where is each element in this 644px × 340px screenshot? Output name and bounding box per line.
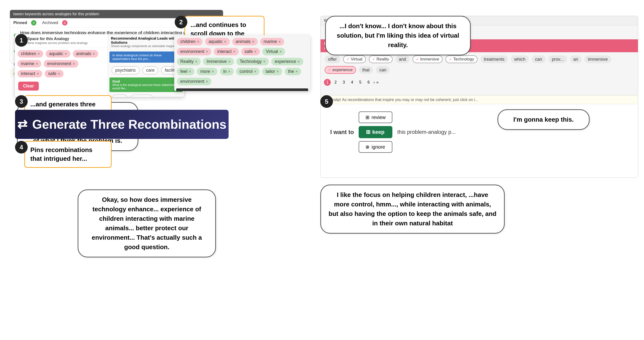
recommended-sub: Shows analogy components as selectable m… — [111, 45, 181, 48]
tag-environment[interactable]: environment × — [44, 60, 78, 68]
sol-tag-an[interactable]: an — [570, 55, 582, 63]
cursor-icon: ↖ — [164, 123, 170, 132]
section-num-5: 5 — [320, 95, 333, 108]
recommended-title: Recommended Analogical Leads with Soluti… — [111, 36, 181, 45]
query-box: In what analogical context do these stak… — [110, 52, 183, 63]
tag-p2-environment[interactable]: environment × — [177, 48, 211, 55]
tag-psychiatric[interactable]: psychiatric — [112, 66, 140, 74]
tag-p2-control[interactable]: control × — [236, 68, 260, 75]
page-last[interactable]: » — [376, 80, 378, 85]
panel1-screenshot: Play Space for this Analogy Recombine ma… — [14, 34, 184, 97]
play-space-sub: Recombine magnets across problem and ana… — [18, 41, 104, 45]
tag-marine[interactable]: marine × — [18, 60, 41, 68]
section-num-2: 2 — [175, 16, 187, 29]
tag-p2-technology[interactable]: Technology × — [236, 58, 269, 65]
sol-tag-and[interactable]: and — [396, 55, 410, 63]
keep-icon: ⊞ — [366, 129, 370, 135]
sol-tag-offer[interactable]: offer — [325, 55, 340, 63]
tag-safe[interactable]: safe × — [45, 70, 63, 78]
panel2-screenshot: children × aquatic × animals × marine × … — [174, 35, 310, 91]
speech-bubble-5: I like the focus on helping children int… — [320, 185, 505, 234]
sol-tag-experience[interactable]: ✓experience — [325, 66, 356, 74]
review-icon: ⊞ — [366, 114, 370, 120]
tag-p2-feel[interactable]: feel × — [177, 68, 194, 75]
page-1[interactable]: 1 — [324, 79, 331, 86]
tag-p2-virtual[interactable]: Virtual × — [262, 48, 285, 55]
pinned-tab[interactable]: Pinned — [13, 21, 27, 25]
tag-p2-marine[interactable]: marine × — [260, 38, 284, 46]
page-2[interactable]: 2 — [332, 79, 339, 86]
goal-section: Goal What is the analogical outcome thes… — [110, 78, 183, 92]
sol-tag-that[interactable]: that — [359, 66, 373, 74]
i-want-to-label: I want to — [330, 129, 354, 136]
speech-bubble-4: I'm gonna keep this. — [498, 109, 590, 130]
tag-animals[interactable]: animals × — [73, 50, 98, 58]
tag-children[interactable]: children × — [18, 50, 43, 58]
play-space-title: Play Space for this Analogy — [18, 37, 104, 41]
page-next[interactable]: › — [374, 80, 375, 85]
tag-p2-in[interactable]: in × — [220, 68, 234, 75]
sol-tag-treatments[interactable]: treatments — [480, 55, 508, 63]
page-3[interactable]: 3 — [340, 79, 347, 86]
page-6[interactable]: 6 — [365, 79, 372, 86]
sol-tag-prov[interactable]: prov... — [548, 55, 567, 63]
main-container: 1 Scrolls from stakeholder through obsta… — [0, 0, 644, 340]
generate-icon-large: ⇄ — [17, 117, 28, 131]
tag-care[interactable]: care — [142, 66, 158, 74]
page-4[interactable]: 4 — [349, 79, 356, 86]
tag-p2-aquatic[interactable]: aquatic × — [205, 38, 230, 46]
sol-tag-which[interactable]: which — [511, 55, 529, 63]
pagination: 1 2 3 4 5 6 › » — [320, 77, 638, 88]
sol-tag-virtual[interactable]: ✓Virtual — [343, 55, 366, 63]
panel5-screenshot: ⚙ Protip! As recombinations that inspire… — [320, 95, 638, 178]
protip-bar: ⚙ Protip! As recombinations that inspire… — [320, 95, 638, 104]
speech-bubble-3: Okay, so how does immersive technology e… — [78, 189, 216, 257]
tag-interact[interactable]: interact × — [18, 70, 42, 78]
sol-tag-immersive2[interactable]: immersive — [584, 55, 611, 63]
tag-p2-tailor[interactable]: tailor × — [262, 68, 282, 75]
tag-p2-children[interactable]: children × — [177, 38, 202, 46]
sol-tag-reality[interactable]: ✓Reality — [369, 55, 392, 63]
tag-aquatic[interactable]: aquatic × — [46, 50, 70, 58]
tag-p2-environment2[interactable]: environment × — [177, 78, 211, 85]
section-num-4: 4 — [15, 141, 28, 153]
ignore-button[interactable]: ⊗ ignore — [359, 141, 392, 153]
section-num-3: 3 — [15, 95, 28, 108]
page-5[interactable]: 5 — [357, 79, 364, 86]
problem-analogy-text: this problem-analogy p... — [397, 129, 456, 135]
tag-treat[interactable]: treat — [112, 95, 128, 97]
sol-tag-technology[interactable]: ✓Technology — [446, 55, 478, 63]
speech-bubble-2: ...I don't know... I don't know about th… — [325, 16, 471, 55]
sol-tag-can2[interactable]: can — [376, 66, 390, 74]
tag-p2-immersive[interactable]: Immersive × — [203, 58, 234, 65]
add-magnet-input[interactable] — [180, 91, 280, 91]
pinned-count: 3 — [31, 20, 36, 26]
tag-p2-the[interactable]: the × — [285, 68, 301, 75]
tag-p2-experience[interactable]: experience × — [271, 58, 303, 65]
ignore-icon: ⊗ — [366, 144, 370, 150]
sol-tag-immersive[interactable]: ✓Immersive — [412, 55, 442, 63]
tag-p2-safe[interactable]: safe × — [241, 48, 260, 55]
clear-button[interactable]: Clear — [18, 82, 39, 91]
caption-box-4: Pins recombinations that intrigued her..… — [24, 141, 112, 168]
generate-panel: ⇄ Generate Three Recombinations ↖ — [15, 110, 228, 139]
keep-button[interactable]: ⊞ keep — [359, 126, 392, 138]
tag-patients[interactable]: patients — [130, 95, 153, 97]
review-button[interactable]: ⊞ review — [359, 112, 392, 123]
tag-p2-animals[interactable]: animals × — [232, 38, 258, 46]
tag-p2-interact[interactable]: interact × — [214, 48, 238, 55]
tag-p2-more[interactable]: more × — [197, 68, 217, 75]
archived-tab[interactable]: Archived — [42, 21, 58, 25]
tag-p2-reality[interactable]: Reality × — [177, 58, 201, 65]
sol-tag-can[interactable]: can — [532, 55, 546, 63]
section-num-1: 1 — [15, 34, 28, 47]
archived-count: 0 — [62, 20, 68, 26]
generate-text: ⇄ Generate Three Recombinations — [17, 117, 226, 132]
